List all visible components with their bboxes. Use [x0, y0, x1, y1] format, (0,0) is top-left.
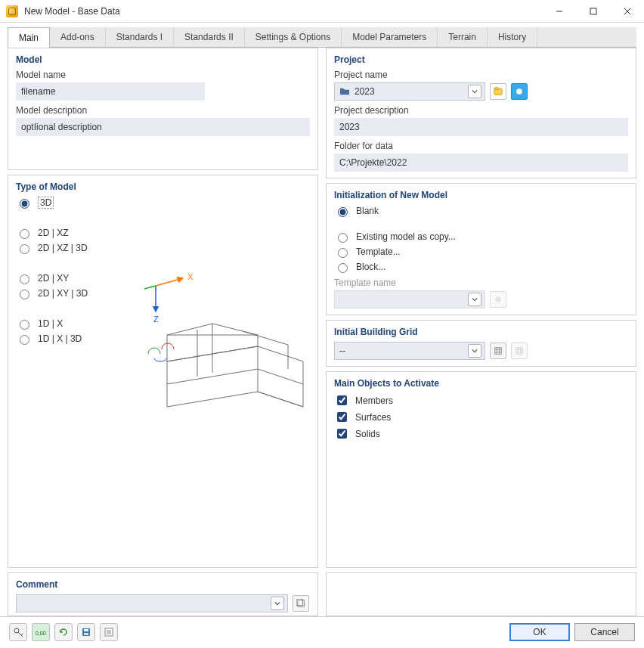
axis-x-label: X	[187, 272, 194, 281]
project-name-combo[interactable]: 2023	[334, 82, 485, 101]
main-objects-title: Main Objects to Activate	[334, 378, 628, 389]
radio-2d-xy-3d-input[interactable]	[20, 290, 29, 299]
svg-rect-10	[495, 348, 502, 355]
tab-history[interactable]: History	[488, 27, 537, 47]
panel-building-grid: Initial Building Grid --	[326, 320, 636, 367]
checkbox-surfaces-label: Surfaces	[355, 412, 391, 423]
project-desc-label: Project description	[334, 105, 628, 116]
radio-3d-input[interactable]	[20, 199, 29, 209]
panel-comment: Comment	[8, 572, 318, 616]
svg-line-2	[144, 286, 156, 292]
grid-edit-button	[511, 343, 528, 359]
footer-save-button[interactable]	[77, 623, 95, 641]
model-name-input[interactable]	[16, 82, 205, 101]
project-manager-button[interactable]	[490, 83, 506, 100]
tab-main[interactable]: Main	[8, 27, 50, 48]
radio-1d-x-input[interactable]	[20, 320, 29, 330]
template-cloud-button	[490, 291, 506, 308]
model-desc-label: Model description	[16, 105, 310, 116]
radio-blank[interactable]: Blank	[334, 205, 628, 217]
svg-rect-7	[494, 88, 499, 90]
radio-2d-xz-label: 2D | XZ	[38, 228, 68, 238]
type-of-model-title: Type of Model	[16, 181, 310, 192]
svg-rect-16	[84, 633, 88, 635]
tab-settings-options[interactable]: Settings & Options	[245, 27, 342, 47]
checkbox-members-label: Members	[355, 395, 393, 406]
cancel-button[interactable]: Cancel	[574, 623, 635, 641]
project-desc-input[interactable]	[334, 118, 628, 136]
model-desc-input[interactable]	[16, 118, 310, 136]
project-cloud-button[interactable]	[511, 83, 528, 100]
checkbox-surfaces-input[interactable]	[337, 412, 347, 422]
radio-template[interactable]: Template...	[334, 246, 628, 258]
model-visual: X Y Z	[144, 203, 318, 429]
radio-blank-input[interactable]	[338, 207, 348, 217]
radio-blank-label: Blank	[356, 206, 379, 216]
maximize-button[interactable]	[576, 0, 610, 23]
svg-rect-5	[296, 599, 303, 606]
checkbox-members-input[interactable]	[337, 395, 347, 405]
ok-button[interactable]: OK	[509, 623, 570, 641]
svg-rect-0	[590, 8, 596, 14]
radio-2d-xz-input[interactable]	[20, 229, 29, 239]
titlebar: New Model - Base Data	[0, 0, 644, 23]
checkbox-solids-label: Solids	[355, 429, 380, 439]
project-folder-input[interactable]	[334, 153, 628, 172]
checkbox-surfaces[interactable]: Surfaces	[334, 410, 628, 424]
folder-icon	[339, 87, 350, 96]
axis-z-label: Z	[153, 315, 159, 324]
comment-title: Comment	[16, 579, 310, 590]
tab-standards-1[interactable]: Standards I	[106, 27, 174, 47]
footer-refresh-button[interactable]	[54, 623, 73, 641]
radio-2d-xz-3d-input[interactable]	[20, 244, 29, 254]
checkbox-solids[interactable]: Solids	[334, 426, 628, 441]
project-name-label: Project name	[334, 70, 628, 80]
building-grid-combo[interactable]: --	[334, 342, 485, 360]
radio-existing-copy-input[interactable]	[338, 233, 348, 243]
template-name-label: Template name	[334, 277, 628, 288]
radio-2d-xy-3d-label: 2D | XY | 3D	[38, 288, 88, 299]
panel-initialization: Initialization of New Model Blank Existi…	[326, 183, 636, 315]
radio-2d-xz-3d-label: 2D | XZ | 3D	[38, 243, 88, 253]
footer-units-button[interactable]: 0,00	[32, 623, 50, 641]
footer-key-button[interactable]	[9, 623, 27, 641]
radio-template-input[interactable]	[338, 248, 348, 258]
svg-rect-11	[516, 348, 523, 355]
chevron-down-icon	[468, 85, 481, 98]
tab-addons[interactable]: Add-ons	[50, 27, 106, 47]
save-icon	[81, 627, 91, 637]
radio-1d-x-3d-input[interactable]	[20, 335, 29, 345]
radio-existing-copy[interactable]: Existing model as copy...	[334, 231, 628, 243]
radio-block-label: Block...	[356, 262, 385, 272]
svg-text:0,00: 0,00	[36, 630, 46, 635]
window-title: New Model - Base Data	[24, 6, 120, 17]
panel-model: Model Model name Model description	[8, 48, 318, 170]
svg-point-9	[495, 296, 501, 302]
units-icon: 0,00	[36, 627, 46, 637]
key-icon	[13, 627, 23, 637]
comment-pick-button[interactable]	[293, 595, 309, 612]
radio-1d-x-label: 1D | X	[38, 318, 63, 329]
project-folder-label: Folder for data	[334, 141, 628, 151]
close-button[interactable]	[610, 0, 644, 23]
app-icon	[6, 5, 18, 17]
footer-list-button[interactable]	[100, 623, 118, 641]
building-grid-title: Initial Building Grid	[334, 327, 628, 337]
radio-block-input[interactable]	[338, 263, 348, 273]
tab-terrain[interactable]: Terrain	[438, 27, 488, 47]
init-title: Initialization of New Model	[334, 190, 628, 200]
panel-main-objects: Main Objects to Activate Members Surface…	[326, 371, 636, 568]
minimize-button[interactable]	[542, 0, 576, 23]
model-section-title: Model	[16, 54, 310, 65]
comment-combo[interactable]	[16, 594, 288, 612]
checkbox-solids-input[interactable]	[337, 429, 347, 439]
panel-right-blank	[326, 572, 636, 616]
radio-3d-label: 3D	[38, 197, 54, 209]
checkbox-members[interactable]: Members	[334, 393, 628, 408]
chevron-down-icon	[468, 344, 481, 358]
radio-block[interactable]: Block...	[334, 261, 628, 273]
tab-standards-2[interactable]: Standards II	[174, 27, 245, 47]
tab-model-parameters[interactable]: Model Parameters	[342, 27, 438, 47]
radio-2d-xy-input[interactable]	[20, 274, 29, 284]
grid-new-button[interactable]	[490, 343, 506, 359]
